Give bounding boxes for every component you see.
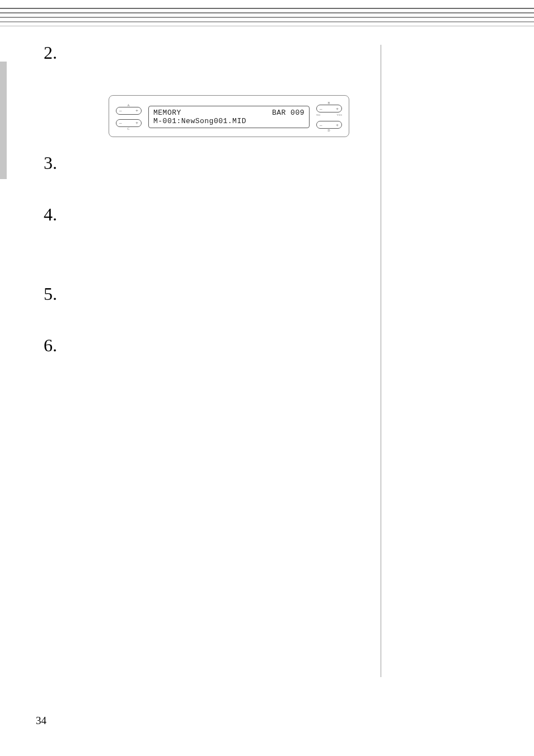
plus-icon: +	[336, 123, 339, 128]
button-pair-d: – +	[316, 121, 342, 129]
lcd-memory-label: MEMORY	[153, 109, 181, 117]
page-number: 34	[36, 715, 46, 727]
lcd-screen: MEMORY BAR 009 M-001:NewSong001.MID	[148, 106, 310, 128]
button-pair-a: – +	[116, 107, 142, 115]
group-label-c: C	[116, 127, 142, 130]
side-tab	[0, 62, 7, 179]
page-header-lines	[0, 8, 534, 30]
lcd-song-name: M-001:NewSong001.MID	[153, 117, 305, 125]
plus-icon: +	[336, 106, 339, 111]
group-label-d: D	[316, 129, 342, 132]
button-pair-b: – +	[316, 105, 342, 112]
plus-icon: +	[135, 108, 138, 113]
step-number: 6.	[44, 336, 64, 354]
yes-label: YES	[337, 114, 342, 116]
group-label-a: A	[116, 104, 142, 107]
plus-icon: +	[135, 120, 138, 125]
lcd-panel-diagram: A – + – + C	[109, 95, 349, 137]
vertical-divider	[381, 45, 381, 677]
step-number: 4.	[44, 205, 64, 223]
no-label: NO	[316, 114, 320, 116]
minus-icon: –	[320, 123, 322, 128]
lcd-bar-counter: BAR 009	[272, 109, 305, 117]
main-content: 2. A – +	[44, 44, 357, 377]
minus-icon: –	[320, 106, 322, 111]
minus-icon: –	[119, 108, 122, 113]
button-pair-c: – +	[116, 119, 142, 127]
step-number: 3.	[44, 154, 64, 172]
step-number: 2.	[44, 44, 64, 62]
minus-icon: –	[119, 120, 122, 125]
step-number: 5.	[44, 285, 64, 303]
